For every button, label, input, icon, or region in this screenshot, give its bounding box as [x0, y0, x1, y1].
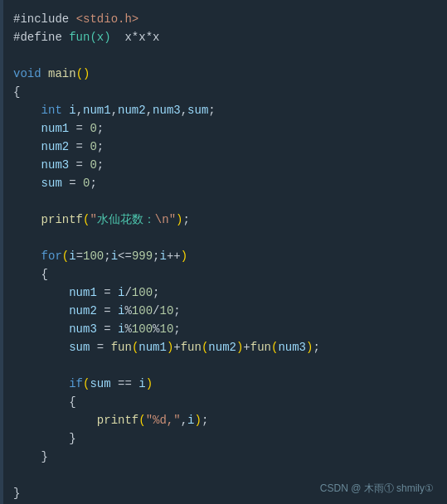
code-line: #include <stdio.h>: [13, 10, 434, 28]
code-line: num2 = i%100/10;: [13, 302, 434, 320]
code-editor: #include <stdio.h> #define fun(x) x*x*x …: [0, 0, 447, 504]
code-line: void main(): [13, 65, 434, 83]
code-line: num3 = i%100%10;: [13, 320, 434, 338]
code-line: {: [13, 393, 434, 411]
code-line: [13, 356, 434, 375]
code-line: [13, 192, 434, 211]
code-line: }: [13, 448, 434, 466]
code-line: num1 = 0;: [13, 119, 434, 138]
left-bar: [0, 0, 3, 504]
code-line: for(i=100;i<=999;i++): [13, 247, 434, 265]
code-line: sum = fun(num1)+fun(num2)+fun(num3);: [13, 338, 434, 356]
code-line: num2 = 0;: [13, 138, 434, 156]
code-line: [13, 229, 434, 247]
code-line: if(sum == i): [13, 375, 434, 393]
code-line: int i,num1,num2,num3,sum;: [13, 101, 434, 119]
code-line: sum = 0;: [13, 174, 434, 192]
code-line: {: [13, 83, 434, 101]
code-line: [13, 46, 434, 65]
code-line: {: [13, 265, 434, 284]
code-line: printf("%d,",i);: [13, 411, 434, 429]
code-line: #define fun(x) x*x*x: [13, 28, 434, 46]
code-line: num3 = 0;: [13, 156, 434, 174]
footer-text: CSDN @ 木雨① shmily①: [320, 482, 434, 496]
code-line: num1 = i/100;: [13, 284, 434, 302]
code-line: }: [13, 429, 434, 448]
code-line: printf("水仙花数：\n");: [13, 211, 434, 229]
